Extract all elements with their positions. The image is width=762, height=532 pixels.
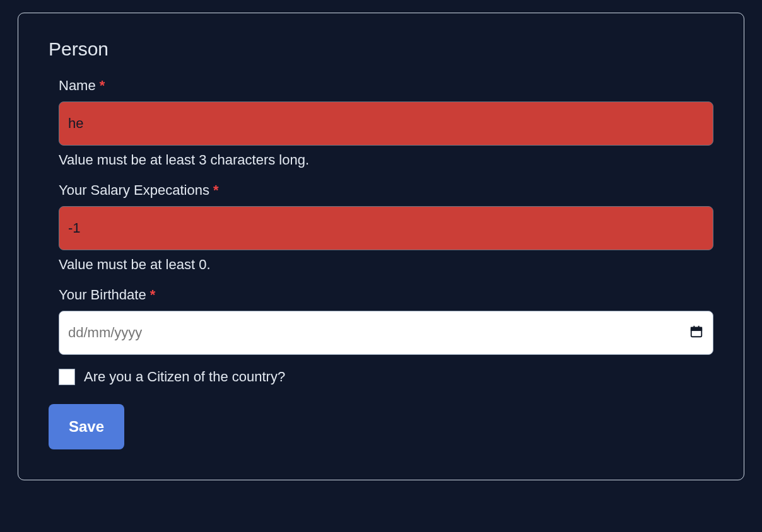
salary-label-text: Your Salary Expecations bbox=[59, 182, 209, 198]
citizen-label: Are you a Citizen of the country? bbox=[84, 369, 285, 385]
name-field-group: Name * Value must be at least 3 characte… bbox=[59, 78, 713, 168]
required-mark: * bbox=[100, 78, 105, 93]
name-label-text: Name bbox=[59, 78, 96, 93]
birthdate-input-wrap bbox=[59, 311, 713, 355]
birthdate-field-group: Your Birthdate * bbox=[59, 287, 713, 355]
salary-field-group: Your Salary Expecations * Value must be … bbox=[59, 182, 713, 273]
form-body: Name * Value must be at least 3 characte… bbox=[49, 78, 713, 449]
name-label: Name * bbox=[59, 78, 713, 94]
birthdate-input[interactable] bbox=[59, 311, 713, 355]
required-mark: * bbox=[150, 287, 156, 303]
form-title: Person bbox=[49, 38, 713, 60]
birthdate-label-text: Your Birthdate bbox=[59, 287, 146, 303]
salary-input[interactable] bbox=[59, 206, 713, 250]
required-mark: * bbox=[213, 182, 219, 198]
citizen-checkbox[interactable] bbox=[59, 369, 75, 385]
name-input[interactable] bbox=[59, 101, 713, 146]
name-error: Value must be at least 3 characters long… bbox=[59, 152, 713, 168]
birthdate-label: Your Birthdate * bbox=[59, 287, 713, 303]
person-form-panel: Person Name * Value must be at least 3 c… bbox=[18, 13, 744, 480]
save-button[interactable]: Save bbox=[49, 404, 124, 449]
citizen-field-group: Are you a Citizen of the country? bbox=[59, 369, 713, 385]
salary-label: Your Salary Expecations * bbox=[59, 182, 713, 199]
salary-error: Value must be at least 0. bbox=[59, 257, 713, 273]
